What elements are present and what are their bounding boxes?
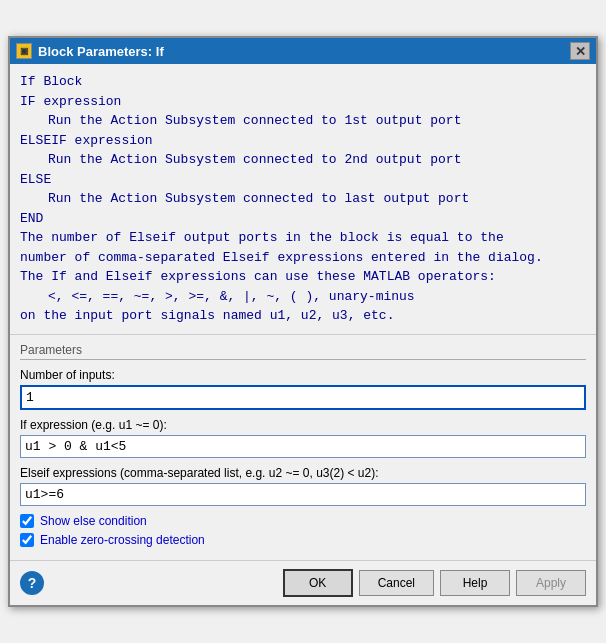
title-text: Block Parameters: If (38, 44, 570, 59)
num-inputs-input[interactable] (20, 385, 586, 410)
apply-button[interactable]: Apply (516, 570, 586, 596)
description-line: number of comma-separated Elseif express… (20, 248, 586, 268)
show-else-label: Show else condition (40, 514, 147, 528)
elseif-expression-input[interactable] (20, 483, 586, 506)
params-section-label: Parameters (20, 343, 586, 360)
description-line: <, <=, ==, ~=, >, >=, &, |, ~, ( ), unar… (20, 287, 586, 307)
cancel-button[interactable]: Cancel (359, 570, 434, 596)
description-line: Run the Action Subsystem connected to 2n… (20, 150, 586, 170)
description-line: ELSEIF expression (20, 131, 586, 151)
title-bar: ▣ Block Parameters: If ✕ (10, 38, 596, 64)
icon-symbol: ▣ (20, 46, 29, 56)
zero-crossing-checkbox[interactable] (20, 533, 34, 547)
show-else-checkbox[interactable] (20, 514, 34, 528)
field-group-if-expression: If expression (e.g. u1 ~= 0): (20, 418, 586, 458)
ok-button[interactable]: OK (283, 569, 353, 597)
description-area: If BlockIF expressionRun the Action Subs… (10, 64, 596, 335)
if-expression-input[interactable] (20, 435, 586, 458)
description-line: Run the Action Subsystem connected to la… (20, 189, 586, 209)
window-icon: ▣ (16, 43, 32, 59)
zero-crossing-label: Enable zero-crossing detection (40, 533, 205, 547)
description-line: IF expression (20, 92, 586, 112)
help-button[interactable]: Help (440, 570, 510, 596)
description-line: on the input port signals named u1, u2, … (20, 306, 586, 326)
dialog-window: ▣ Block Parameters: If ✕ If BlockIF expr… (8, 36, 598, 607)
button-row: ? OK Cancel Help Apply (10, 560, 596, 605)
description-line: If Block (20, 72, 586, 92)
description-line: Run the Action Subsystem connected to 1s… (20, 111, 586, 131)
field-label-num-inputs: Number of inputs: (20, 368, 586, 382)
field-label-if-expression: If expression (e.g. u1 ~= 0): (20, 418, 586, 432)
help-icon-button[interactable]: ? (20, 571, 44, 595)
params-section: Parameters Number of inputs: If expressi… (10, 335, 596, 560)
field-label-elseif-expression: Elseif expressions (comma-separated list… (20, 466, 586, 480)
field-group-elseif-expression: Elseif expressions (comma-separated list… (20, 466, 586, 506)
description-line: ELSE (20, 170, 586, 190)
description-line: The number of Elseif output ports in the… (20, 228, 586, 248)
description-line: END (20, 209, 586, 229)
checkbox-zero-crossing: Enable zero-crossing detection (20, 533, 586, 547)
checkbox-show-else: Show else condition (20, 514, 586, 528)
field-group-num-inputs: Number of inputs: (20, 368, 586, 410)
description-line: The If and Elseif expressions can use th… (20, 267, 586, 287)
close-button[interactable]: ✕ (570, 42, 590, 60)
